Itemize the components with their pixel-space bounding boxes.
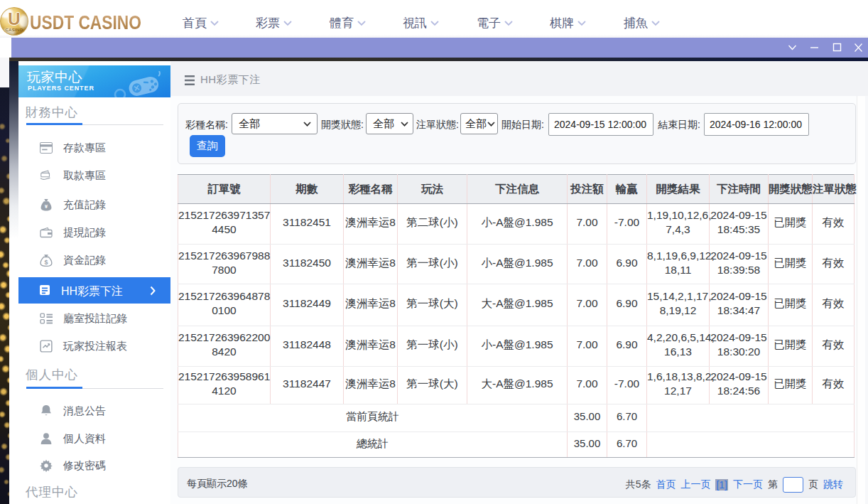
svg-text:$: $ xyxy=(44,259,48,266)
svg-text:¥: ¥ xyxy=(45,203,48,210)
